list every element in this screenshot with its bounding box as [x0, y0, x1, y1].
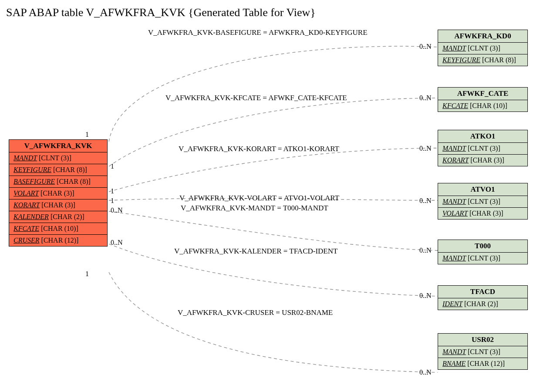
relation-label: V_AFWKFRA_KVK-BASEFIGURE = AFWKFRA_KD0-K… [148, 28, 368, 37]
entity-field: KFCATE [CHAR (10)] [9, 223, 107, 235]
cardinality: 0..N [419, 247, 432, 254]
cardinality: 0..N [419, 197, 432, 205]
entity-field: MANDT [CLNT (3)] [438, 253, 527, 264]
cardinality: 1 [85, 131, 89, 139]
cardinality: 0..N [419, 368, 432, 376]
entity-field: MANDT [CLNT (3)] [438, 346, 527, 358]
entity-field: MANDT [CLNT (3)] [438, 43, 527, 54]
relation-label: V_AFWKFRA_KVK-CRUSER = USR02-BNAME [178, 308, 333, 317]
entity-field: MANDT [CLNT (3)] [438, 196, 527, 208]
page-title: SAP ABAP table V_AFWKFRA_KVK {Generated … [6, 6, 316, 19]
entity-header: T000 [438, 240, 527, 253]
relation-label: V_AFWKFRA_KVK-KFCATE = AFWKF_CATE-KFCATE [165, 94, 347, 102]
entity-field: KALENDER [CHAR (2)] [9, 211, 107, 223]
entity-field: VOLART [CHAR (3)] [9, 188, 107, 199]
entity-field: BNAME [CHAR (12)] [438, 358, 527, 369]
entity-field: BASEFIGURE [CHAR (8)] [9, 176, 107, 188]
entity-tfacd: TFACD IDENT [CHAR (2)] [438, 285, 528, 310]
entity-main: V_AFWKFRA_KVK MANDT [CLNT (3)] KEYFIGURE… [9, 139, 108, 247]
cardinality: 0..N [419, 292, 432, 300]
cardinality: 0..N [111, 206, 123, 214]
entity-field: MANDT [CLNT (3)] [438, 143, 527, 155]
entity-header: ATVO1 [438, 183, 527, 196]
relation-label: V_AFWKFRA_KVK-VOLART = ATVO1-VOLART [179, 194, 339, 203]
entity-field: IDENT [CHAR (2)] [438, 298, 527, 310]
entity-usr02: USR02 MANDT [CLNT (3)] BNAME [CHAR (12)] [438, 333, 528, 370]
entity-field: KEYFIGURE [CHAR (8)] [9, 164, 107, 176]
entity-atko1: ATKO1 MANDT [CLNT (3)] KORART [CHAR (3)] [438, 130, 528, 166]
cardinality: 1 [111, 197, 114, 205]
entity-field: CRUSER [CHAR (12)] [9, 235, 107, 246]
cardinality: 1 [111, 187, 114, 195]
cardinality: 0..N [419, 43, 432, 51]
entity-afwkfra-kd0: AFWKFRA_KD0 MANDT [CLNT (3)] KEYFIGURE [… [438, 30, 528, 66]
cardinality: 0..N [111, 239, 123, 247]
cardinality: 1 [85, 270, 89, 278]
entity-field: KEYFIGURE [CHAR (8)] [438, 54, 527, 66]
entity-header: ATKO1 [438, 130, 527, 143]
entity-field: KFCATE [CHAR (10)] [438, 100, 527, 112]
entity-header: AFWKFRA_KD0 [438, 30, 527, 43]
cardinality: 0..N [419, 145, 432, 152]
entity-atvo1: ATVO1 MANDT [CLNT (3)] VOLART [CHAR (3)] [438, 183, 528, 220]
entity-t000: T000 MANDT [CLNT (3)] [438, 240, 528, 264]
entity-main-header: V_AFWKFRA_KVK [9, 140, 107, 152]
entity-header: TFACD [438, 286, 527, 298]
entity-field: KORART [CHAR (3)] [9, 199, 107, 211]
entity-field: VOLART [CHAR (3)] [438, 208, 527, 219]
relation-label: V_AFWKFRA_KVK-MANDT = T000-MANDT [181, 204, 328, 213]
relation-label: V_AFWKFRA_KVK-KORART = ATKO1-KORART [179, 145, 339, 153]
entity-field: MANDT [CLNT (3)] [9, 152, 107, 164]
entity-field: KORART [CHAR (3)] [438, 155, 527, 166]
cardinality: 1 [111, 162, 114, 170]
entity-afwkf-cate: AFWKF_CATE KFCATE [CHAR (10)] [438, 87, 528, 112]
relation-label: V_AFWKFRA_KVK-KALENDER = TFACD-IDENT [174, 247, 338, 256]
entity-header: USR02 [438, 334, 527, 346]
cardinality: 0..N [419, 94, 432, 102]
entity-header: AFWKF_CATE [438, 88, 527, 100]
